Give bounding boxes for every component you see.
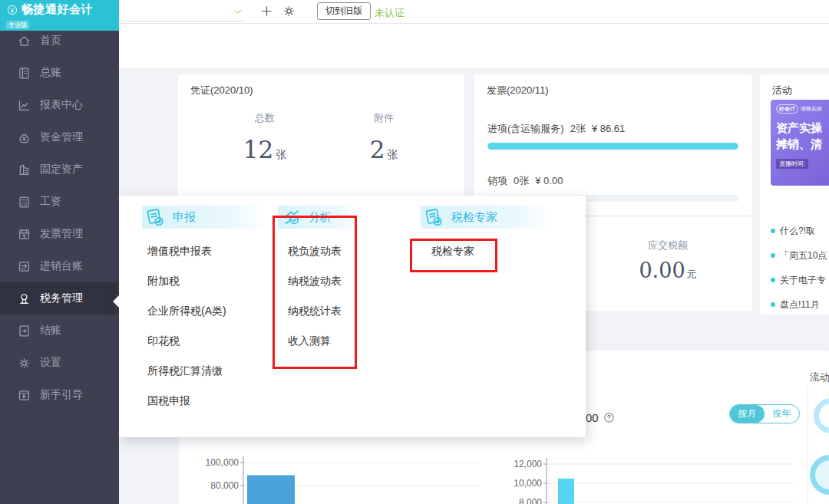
activity-banner[interactable]: 好会计 做账实操 资产实操 摊销、清 直播时间: — [771, 100, 829, 186]
stat-value: 2 — [370, 136, 385, 163]
stat-label: 附件 — [338, 111, 430, 125]
sidebar-item-beginner-guide[interactable]: 新手引导 — [0, 379, 119, 411]
analysis-icon — [281, 207, 302, 228]
popup-menu-item[interactable]: 国税申报 — [147, 394, 190, 408]
sidebar-item-label: 工资 — [40, 195, 61, 209]
tax-payable-stat: 应交税额 0.00元 — [622, 239, 714, 282]
salary-icon — [17, 195, 31, 209]
popup-menu-item[interactable]: 企业所得税(A类) — [147, 305, 226, 318]
sidebar-item-general-ledger[interactable]: 总账 — [0, 57, 119, 89]
stat-label: 应交税额 — [622, 239, 714, 252]
toggle-by-year[interactable]: 按年 — [765, 405, 799, 423]
sidebar-item-salary[interactable]: 工资 — [0, 186, 119, 218]
stat-value: 12 — [243, 136, 273, 163]
row-amount: ¥ 0.00 — [535, 175, 563, 186]
sidebar-item-label: 进销台账 — [40, 259, 83, 273]
sidebar-item-fixed-assets[interactable]: 固定资产 — [0, 153, 119, 186]
stat-value: 0.00 — [639, 259, 685, 282]
sidebar-item-settings[interactable]: 设置 — [0, 347, 119, 379]
expert-icon — [424, 207, 444, 228]
sidebar-item-label: 总账 — [40, 66, 61, 80]
activity-news-link[interactable]: 什么?!取 — [771, 225, 829, 249]
home-icon — [17, 34, 31, 48]
popup-menu-item[interactable]: 纳税统计表 — [288, 305, 342, 318]
sidebar-item-purchase-sales[interactable]: 进销台账 — [0, 250, 119, 282]
voucher-card-title: 凭证(2020/10) — [190, 84, 253, 97]
auth-status-badge[interactable]: 未认证 — [375, 6, 405, 20]
popup-section-title: 税检专家 — [451, 210, 497, 225]
svg-text:10,000: 10,000 — [514, 478, 542, 489]
coin-icon — [6, 4, 18, 16]
banner-schedule: 直播时间: — [776, 159, 808, 169]
chevron-down-icon[interactable] — [232, 5, 244, 18]
popup-menu-item[interactable]: 税检专家 — [431, 245, 474, 259]
stock-ledger-icon — [17, 259, 31, 274]
invoice-input-row: 进项(含运输服务)2张¥ 86.61 — [487, 122, 738, 150]
left-bar-chart-bar — [247, 476, 295, 504]
activity-news-link[interactable]: 盘点!11月 — [771, 298, 829, 323]
sidebar-item-tax-mgmt[interactable]: 税务管理 — [0, 282, 119, 315]
row-label: 进项(含运输服务) — [487, 123, 564, 134]
popup-menu-item[interactable]: 印花税 — [147, 334, 180, 348]
activity-panel: 活动 好会计 做账实操 资产实操 摊销、清 直播时间: 什么?!取「周五10点关… — [760, 74, 829, 315]
row-count: 0张 — [514, 175, 529, 186]
toggle-by-month[interactable]: 按月 — [730, 405, 765, 423]
ledger-icon — [17, 66, 31, 81]
svg-text:80,000: 80,000 — [210, 480, 239, 491]
activity-title: 活动 — [772, 84, 792, 97]
popup-menu-item[interactable]: 税负波动表 — [288, 245, 342, 259]
sidebar-item-label: 首页 — [40, 34, 61, 48]
stat-unit: 张 — [276, 148, 286, 160]
declare-icon — [145, 207, 166, 228]
right-rail-label: 流动 — [810, 371, 829, 384]
sidebar-item-label: 发票管理 — [40, 227, 83, 241]
activity-news-link[interactable]: 「周五10点 — [771, 249, 829, 274]
brand-name: 畅捷通好会计 — [21, 2, 93, 17]
account-set-selector[interactable] — [121, 3, 246, 21]
switch-old-version-button[interactable]: 切到旧版 — [317, 2, 371, 20]
svg-text:12,000: 12,000 — [514, 459, 542, 469]
sidebar-item-invoice-mgmt[interactable]: 发票管理 — [0, 218, 119, 250]
sidebar-item-funds[interactable]: 资金管理 — [0, 121, 119, 153]
assets-icon — [17, 163, 31, 177]
sidebar-item-label: 报表中心 — [40, 98, 83, 112]
popup-section-header: 税检专家 — [421, 206, 549, 229]
header-band — [119, 24, 829, 68]
popup-section-title: 分析 — [309, 210, 332, 225]
row-amount: ¥ 86.61 — [592, 123, 625, 134]
sidebar-item-label: 资金管理 — [40, 130, 83, 144]
popup-menu-item[interactable]: 纳税波动表 — [288, 275, 342, 288]
popup-menu-item[interactable]: 附加税 — [147, 275, 180, 288]
sidebar-item-home[interactable]: 首页 — [0, 25, 119, 57]
banner-headline2: 摊销、清 — [776, 137, 829, 152]
popup-menu-item[interactable]: 收入测算 — [288, 334, 331, 348]
popup-menu-item[interactable]: 所得税汇算清缴 — [147, 364, 223, 378]
popup-section-header: 分析 — [278, 206, 358, 229]
help-icon[interactable] — [603, 411, 616, 424]
sidebar-item-closing[interactable]: 结账 — [0, 315, 119, 347]
progress-fill — [487, 143, 738, 150]
invoice-card: 发票(2020/11) 进项(含运输服务)2张¥ 86.61 销项0张¥ 0.0… — [474, 74, 752, 215]
sidebar-item-label: 固定资产 — [40, 163, 83, 176]
add-icon[interactable] — [259, 4, 274, 18]
voucher-attachment-stat: 附件 2张 — [338, 111, 430, 163]
sidebar-item-report-center[interactable]: 报表中心 — [0, 89, 119, 121]
sidebar-nav: 首页总账报表中心资金管理固定资产工资发票管理进销台账税务管理结账设置新手引导 — [0, 25, 119, 411]
sidebar-item-label: 税务管理 — [40, 292, 83, 305]
funds-icon — [17, 130, 31, 145]
banner-tagline: 做账实操 — [801, 105, 822, 113]
report-icon — [17, 98, 31, 113]
stat-unit: 张 — [387, 148, 398, 160]
row-label: 销项 — [487, 175, 507, 186]
popup-menu-item[interactable]: 增值税申报表 — [147, 245, 212, 259]
top-bar: 切到旧版 未认证 — [119, 0, 829, 24]
sidebar-item-label: 新手引导 — [40, 388, 83, 402]
tax-management-popup-menu: 申报增值税申报表附加税企业所得税(A类)印花税所得税汇算清缴国税申报分析税负波动… — [119, 196, 586, 437]
activity-news-link[interactable]: 关于电子专 — [771, 274, 829, 298]
amount-fragment: 00 — [586, 411, 599, 424]
right-bar-chart-bar — [558, 479, 574, 504]
sidebar-item-label: 设置 — [40, 356, 61, 370]
activity-list: 什么?!取「周五10点关于电子专盘点!11月 — [771, 225, 829, 323]
popup-section-header: 申报 — [142, 206, 267, 229]
gear-icon[interactable] — [282, 4, 296, 18]
